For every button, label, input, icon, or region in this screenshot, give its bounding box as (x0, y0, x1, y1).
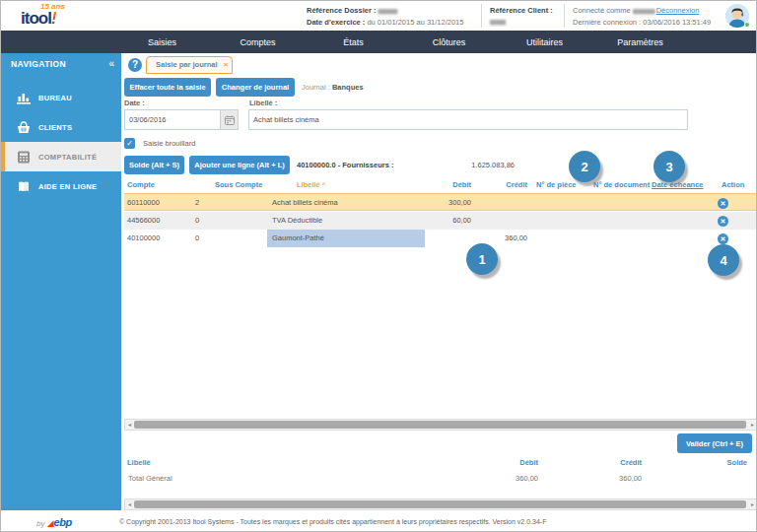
cell-sous-compte[interactable]: 0 (193, 212, 267, 230)
sidebar-item-aide[interactable]: AIDE EN LIGNE (1, 171, 121, 201)
cell-action: ✕ (710, 212, 757, 230)
logout-link[interactable]: Déconnexion (656, 6, 700, 15)
tab-saisie-par-journal[interactable]: Saisie par journal × (146, 56, 233, 74)
menu-saisies[interactable]: Saisies (114, 37, 210, 47)
cell-credit[interactable] (471, 212, 527, 230)
main-content: ? Saisie par journal × Effacer toute la … (121, 53, 757, 510)
client-label: Référence Client : (490, 6, 553, 15)
delete-row-icon[interactable]: ✕ (718, 198, 728, 209)
itool-app-window: 15 ans itool! Référence Dossier : ▆▆▆ ▆▆… (0, 0, 757, 532)
dossier-info-block: Référence Dossier : ▆▆▆ ▆▆ Date d'exerci… (307, 5, 463, 28)
calendar-icon (225, 115, 235, 125)
totals-col-credit: Crédit (538, 458, 642, 467)
totals-col-libelle: Libellé (124, 458, 420, 467)
col-header-compte[interactable]: Compte (124, 180, 193, 193)
cell-echeance[interactable] (651, 212, 710, 230)
cell-echeance[interactable] (651, 230, 710, 247)
cell-document[interactable] (582, 230, 651, 247)
cell-debit[interactable] (425, 230, 471, 247)
sidebar-item-comptabilite[interactable]: COMPTABILITÉ (1, 142, 121, 171)
journal-label: Journal : (302, 83, 330, 92)
menu-etats[interactable]: États (306, 37, 401, 47)
sidebar-item-bureau[interactable]: BUREAU (1, 83, 121, 112)
cell-libelle-selected[interactable]: Gaumont-Pathé (267, 230, 425, 247)
cell-libelle[interactable]: TVA Déductible (267, 212, 425, 230)
solde-button[interactable]: Solde (Alt + S) (124, 156, 184, 174)
cell-libelle[interactable]: Achat billets cinéma (267, 194, 425, 212)
calendar-button[interactable] (220, 110, 238, 129)
col-header-echeance[interactable]: Date échéance (651, 180, 710, 193)
totals-header: Libellé Débit Crédit Solde (124, 458, 757, 467)
cell-echeance[interactable] (651, 194, 710, 212)
total-solde-value (642, 474, 752, 483)
scrollbar-thumb[interactable] (134, 421, 746, 429)
help-icon[interactable]: ? (128, 58, 142, 72)
delete-row-icon[interactable]: ✕ (718, 233, 728, 244)
client-value-redacted: ▆▆ ▆▆ (490, 19, 505, 25)
add-line-button[interactable]: Ajouter une ligne (Alt + L) (189, 156, 290, 174)
cell-document[interactable] (582, 212, 651, 230)
horizontal-scrollbar[interactable]: ◄ ► (124, 499, 757, 510)
sidebar-header: NAVIGATION « (1, 53, 121, 77)
cell-compte[interactable]: 60110000 (124, 194, 193, 212)
col-header-credit[interactable]: Crédit (471, 180, 527, 193)
account-label: 40100000.0 - Fournisseurs : (297, 161, 393, 169)
connected-user-redacted: ▆▆▆▆▆▆ (633, 8, 654, 14)
menu-clotures[interactable]: Clôtures (401, 37, 497, 47)
scroll-left-icon[interactable]: ◄ (125, 499, 134, 509)
draft-checkbox[interactable]: ✓ (124, 138, 135, 149)
sidebar-item-clients[interactable]: CLIENTS (1, 112, 121, 142)
cell-piece[interactable] (527, 194, 582, 212)
col-header-document[interactable]: N° de document (582, 180, 651, 193)
navigation-sidebar: NAVIGATION « BUREAU CLIENTS COMPTABILITÉ (1, 53, 121, 510)
journal-value: Banques (332, 83, 364, 92)
menu-utilitaires[interactable]: Utilitaires (497, 37, 592, 47)
last-connection-text: Dernière connexion : 03/06/2016 13:51:49 (573, 18, 711, 27)
validate-button[interactable]: Valider (Ctrl + E) (677, 433, 752, 453)
clear-entry-button[interactable]: Effacer toute la saisie (124, 78, 211, 97)
annotation-circle-1: 1 (466, 243, 498, 275)
col-header-sous-compte[interactable]: Sous Compte (193, 180, 267, 193)
total-debit-value: 360,00 (420, 474, 538, 483)
sidebar-item-label: AIDE EN LIGNE (38, 182, 97, 191)
sidebar-item-label: CLIENTS (38, 123, 72, 132)
itool-logo: 15 ans itool! (15, 2, 103, 30)
cell-debit[interactable]: 60,00 (425, 212, 471, 230)
col-header-debit[interactable]: Débit (425, 180, 471, 193)
cell-compte[interactable]: 40100000 (124, 230, 193, 247)
totals-col-debit: Débit (420, 458, 538, 467)
scroll-left-icon[interactable]: ◄ (125, 420, 134, 430)
horizontal-scrollbar[interactable]: ◄ ► (124, 419, 757, 431)
col-header-piece[interactable]: N° de pièce (527, 180, 582, 193)
scroll-right-icon[interactable]: ► (748, 420, 757, 430)
main-menu-bar: Saisies Comptes États Clôtures Utilitair… (1, 31, 757, 53)
close-tab-icon[interactable]: × (224, 57, 229, 73)
libelle-input[interactable] (248, 109, 688, 130)
cell-compte[interactable]: 44566000 (124, 212, 193, 230)
dossier-label: Référence Dossier : (307, 6, 376, 15)
cell-sous-compte[interactable]: 0 (193, 230, 267, 247)
exercice-value: du 01/01/2015 au 31/12/2015 (367, 18, 463, 27)
collapse-sidebar-icon[interactable]: « (108, 58, 114, 69)
delete-row-icon[interactable]: ✕ (718, 216, 728, 227)
cell-piece[interactable] (527, 212, 582, 230)
total-general-label: Total Général (124, 474, 420, 483)
scrollbar-thumb[interactable] (134, 500, 746, 508)
menu-comptes[interactable]: Comptes (210, 37, 306, 47)
date-label: Date : (124, 99, 145, 107)
col-header-libelle[interactable]: Libellé ^ (267, 180, 425, 193)
menu-parametres[interactable]: Paramètres (592, 37, 688, 47)
book-icon (17, 180, 31, 193)
table-row: 40100000 0 Gaumont-Pathé 360,00 ✕ (124, 230, 757, 247)
top-header: 15 ans itool! Référence Dossier : ▆▆▆ ▆▆… (1, 1, 757, 31)
cell-document[interactable] (582, 194, 651, 212)
scroll-right-icon[interactable]: ► (748, 499, 757, 509)
cell-credit[interactable] (471, 194, 527, 212)
change-journal-button[interactable]: Changer de journal (216, 78, 295, 97)
cell-sous-compte[interactable]: 2 (193, 194, 267, 212)
cell-debit[interactable]: 300,00 (425, 194, 471, 212)
table-row: 44566000 0 TVA Déductible 60,00 ✕ (124, 212, 757, 230)
journal-indicator: Journal : Banques (302, 83, 364, 92)
logo-brand-text: itool! (21, 9, 56, 29)
cell-piece[interactable] (527, 230, 582, 247)
